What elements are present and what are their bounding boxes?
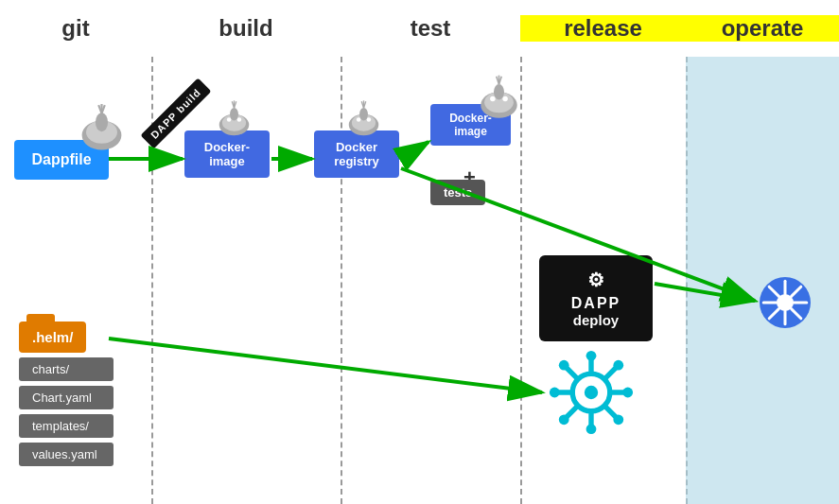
values-yaml-item: values.yaml (19, 443, 114, 466)
stage-git: git (0, 15, 151, 42)
svg-point-1 (585, 386, 598, 399)
dapp-deploy-icon: ⚙ (556, 269, 636, 291)
stage-build-label: build (218, 15, 272, 42)
svg-point-40 (367, 117, 372, 122)
svg-text:HELM: HELM (569, 434, 613, 436)
dapp-deploy-label1: DAPP (556, 295, 636, 312)
stage-release-label: release (564, 15, 642, 42)
svg-point-31 (227, 117, 232, 122)
values-yaml-text: values.yaml (32, 447, 97, 461)
tests-box: tests (430, 180, 485, 205)
whale-build-icon (213, 99, 255, 142)
svg-point-47 (490, 96, 496, 102)
templates-text: templates/ (32, 419, 89, 433)
svg-point-12 (550, 388, 560, 398)
svg-line-62 (401, 142, 428, 159)
templates-item: templates/ (19, 414, 114, 438)
helm-folder-label: .helm/ (19, 322, 86, 353)
stage-operate-label: operate (722, 15, 804, 42)
svg-point-14 (559, 360, 569, 371)
kubernetes-icon (757, 274, 813, 331)
svg-point-33 (230, 108, 238, 121)
charts-item: charts/ (19, 357, 114, 381)
chart-yaml-text: Chart.yaml (32, 391, 92, 405)
svg-point-13 (622, 388, 633, 398)
svg-point-16 (613, 360, 623, 371)
stage-test: test (341, 15, 520, 42)
whale-registry-icon (342, 99, 385, 142)
docker-build-label: Docker-image (204, 140, 250, 168)
svg-point-55 (96, 113, 108, 131)
svg-point-41 (359, 108, 368, 121)
helm-area: HELM (549, 350, 634, 439)
docker-registry-label: Dockerregistry (334, 140, 379, 168)
stage-operate: operate (686, 15, 839, 42)
svg-point-17 (559, 414, 569, 425)
whale-test-icon (473, 74, 525, 126)
svg-point-39 (357, 117, 361, 122)
dapp-deploy-label2: deploy (556, 312, 636, 328)
chart-yaml-item: Chart.yaml (19, 386, 114, 409)
charts-text: charts/ (32, 362, 69, 376)
helm-folder: .helm/ charts/ Chart.yaml templates/ val… (19, 322, 114, 466)
svg-point-49 (494, 84, 504, 100)
dapp-deploy-box: ⚙ DAPP deploy (539, 255, 653, 341)
svg-point-15 (613, 414, 623, 425)
svg-point-32 (237, 117, 242, 122)
stage-test-label: test (411, 15, 451, 42)
stage-git-label: git (61, 15, 89, 42)
helm-logo: HELM (549, 350, 634, 435)
helm-folder-text: .helm/ (32, 329, 73, 345)
svg-point-48 (502, 96, 508, 102)
svg-point-10 (586, 351, 597, 361)
svg-line-65 (109, 339, 542, 392)
docker-dappfile-icon (76, 104, 128, 156)
stage-build: build (151, 15, 341, 42)
stage-headers: git build test release operate (0, 0, 839, 57)
stage-release: release (520, 15, 686, 42)
svg-point-11 (586, 424, 597, 434)
tests-label: tests (444, 185, 472, 200)
